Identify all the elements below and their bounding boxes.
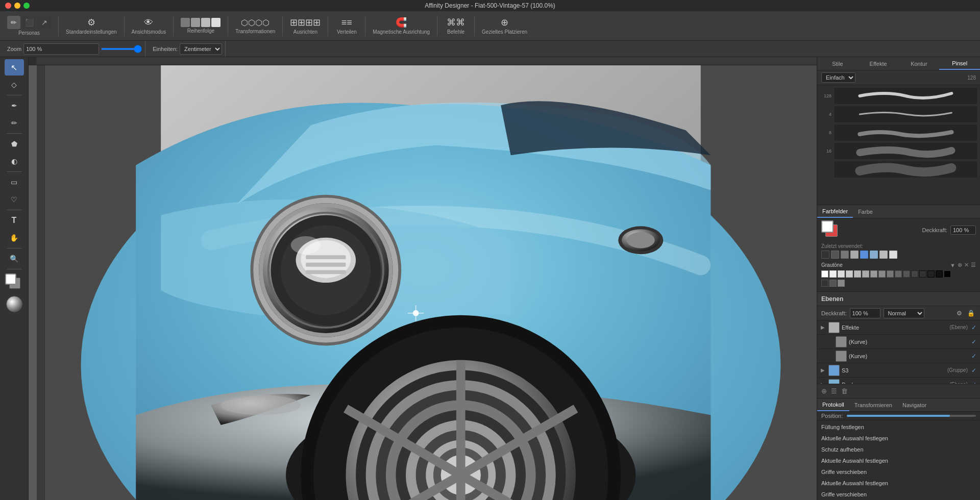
recent-swatch-3[interactable] — [841, 251, 849, 259]
bottom-swatch-2[interactable] — [829, 280, 837, 287]
shape-rect-tool[interactable]: ▭ — [5, 174, 24, 190]
layer-kurve1[interactable]: (Kurve) ✓ — [817, 335, 980, 349]
action-1[interactable]: Füllung festlegen — [817, 421, 980, 433]
zoom-slider[interactable] — [101, 48, 142, 50]
transformationen-group[interactable]: ⬡⬡⬡⬡ Transformationen — [231, 17, 279, 35]
layer-options-icon[interactable]: ☰ — [831, 387, 837, 395]
palette-swatch-4[interactable] — [846, 270, 853, 278]
layer-dach[interactable]: ▶ Dach (Ebene) ✓ — [817, 378, 980, 384]
delete-layer-icon[interactable]: 🗑 — [841, 387, 848, 395]
tab-transformieren[interactable]: Transformieren — [849, 398, 897, 411]
tab-kontur[interactable]: Kontur — [899, 57, 940, 70]
brush-list[interactable]: 128 4 8 16 — [817, 85, 980, 205]
palette-swatch-14[interactable] — [927, 270, 935, 278]
recent-swatch-1[interactable] — [821, 251, 829, 259]
select-tool[interactable]: ↖ — [5, 59, 24, 76]
tab-stile[interactable]: Stile — [817, 57, 858, 70]
palette-swatch-7[interactable] — [870, 270, 877, 278]
platzieren-group[interactable]: ⊕ Gezieltes Platzieren — [478, 16, 531, 36]
brush-type-select[interactable]: Einfach — [821, 72, 855, 83]
palette-swatch-9[interactable] — [887, 270, 894, 278]
brush-item-1[interactable] — [834, 87, 978, 105]
palette-swatch-16[interactable] — [944, 270, 951, 278]
tab-navigator[interactable]: Navigator — [897, 398, 932, 411]
persona-pixel-icon[interactable]: ⬛ — [22, 16, 36, 29]
persona-export-icon[interactable]: ↗ — [38, 16, 51, 29]
zoom-input[interactable] — [23, 43, 99, 55]
text-tool[interactable]: T — [5, 212, 24, 229]
palette-swatch-11[interactable] — [903, 270, 910, 278]
ansichtsmodus-group[interactable]: 👁 Ansichtsmodus — [128, 16, 170, 36]
fg-color-swatch[interactable] — [5, 273, 16, 285]
pencil-tool[interactable]: ✏ — [5, 115, 24, 131]
reihenfolge-group[interactable]: Reihenfolge — [177, 17, 225, 35]
action-2[interactable]: Aktuelle Auswahl festlegen — [817, 433, 980, 444]
palette-add-icon[interactable]: ⊕ — [958, 262, 962, 268]
node-tool[interactable]: ◇ — [5, 77, 24, 93]
action-7[interactable]: Griffe verschieben — [817, 489, 980, 500]
action-6[interactable]: Aktuelle Auswahl festlegen — [817, 478, 980, 489]
brush-item-5[interactable] — [834, 161, 978, 178]
brush-item-2[interactable] — [834, 106, 978, 123]
einheiten-select[interactable]: Zentimeter — [180, 43, 222, 55]
blend-mode-select[interactable]: Normal — [884, 308, 924, 318]
recent-swatch-7[interactable] — [879, 251, 888, 259]
action-5[interactable]: Griffe verschieben — [817, 466, 980, 478]
action-4[interactable]: Aktuelle Auswahl festlegen — [817, 455, 980, 466]
befehle-group[interactable]: ⌘⌘ Befehle — [440, 16, 471, 36]
pen-tool[interactable]: ✒ — [5, 97, 24, 114]
tab-farbe[interactable]: Farbe — [853, 205, 878, 218]
ausrichten-group[interactable]: ⊞⊞⊞⊞ Ausrichten — [286, 16, 325, 36]
hand-tool[interactable]: ✋ — [5, 230, 24, 246]
tab-effekte[interactable]: Effekte — [858, 57, 899, 70]
palette-swatch-12[interactable] — [911, 270, 918, 278]
layers-settings-icon[interactable]: ⚙ — [955, 309, 963, 318]
palette-swatch-1[interactable] — [821, 270, 828, 278]
verteilen-group[interactable]: ≡≡ Verteilen — [331, 16, 362, 36]
fill-tool[interactable]: ⬟ — [5, 136, 24, 152]
recent-swatch-4[interactable] — [850, 251, 859, 259]
bottom-swatch-1[interactable] — [821, 280, 828, 287]
personas-group[interactable]: ✏ ⬛ ↗ Personas — [3, 15, 55, 37]
close-button[interactable] — [5, 3, 11, 9]
palette-menu-icon[interactable]: ☰ — [971, 262, 976, 268]
recent-swatch-5[interactable] — [860, 251, 868, 259]
layer-effekte[interactable]: ▶ Effekte (Ebene) ✓ — [817, 320, 980, 335]
palette-swatch-15[interactable] — [936, 270, 943, 278]
layers-lock-icon[interactable]: 🔒 — [966, 309, 976, 318]
palette-swatch-6[interactable] — [862, 270, 869, 278]
color-swatches[interactable] — [5, 273, 23, 292]
gradient-tool[interactable]: ◐ — [5, 153, 24, 169]
drawing-canvas[interactable] — [45, 65, 817, 500]
layer-kurve2[interactable]: (Kurve) ✓ — [817, 349, 980, 363]
magnetische-group[interactable]: 🧲 Magnetische Ausrichtung — [369, 16, 434, 36]
brush-item-4[interactable] — [834, 142, 978, 160]
fg-swatch[interactable] — [821, 220, 834, 233]
window-controls[interactable] — [5, 3, 30, 9]
color-opacity-input[interactable] — [950, 226, 976, 235]
layer-s3[interactable]: ▶ S3 (Gruppe) ✓ — [817, 363, 980, 378]
shape-tool[interactable]: ♡ — [5, 191, 24, 208]
bottom-swatch-3[interactable] — [838, 280, 845, 287]
palette-options-icon[interactable]: ▼ — [950, 262, 955, 268]
recent-swatch-2[interactable] — [831, 251, 839, 259]
expand-icon[interactable]: ▶ — [819, 324, 826, 331]
palette-swatch-2[interactable] — [829, 270, 837, 278]
minimize-button[interactable] — [14, 3, 20, 9]
palette-swatch-13[interactable] — [919, 270, 926, 278]
tab-protokoll[interactable]: Protokoll — [817, 398, 849, 411]
zoom-tool[interactable]: 🔍 — [5, 251, 24, 267]
palette-swatch-10[interactable] — [895, 270, 902, 278]
standardeinstellungen-group[interactable]: ⚙ Standardeinstellungen — [62, 16, 121, 36]
tab-pinsel[interactable]: Pinsel — [939, 57, 980, 70]
palette-del-icon[interactable]: ✕ — [964, 262, 969, 268]
brush-item-3[interactable] — [834, 124, 978, 141]
palette-swatch-8[interactable] — [878, 270, 886, 278]
visibility-icon[interactable]: ✓ — [970, 323, 978, 332]
tab-farbfelder[interactable]: Farbfelder — [817, 205, 853, 218]
opacity-input[interactable] — [850, 308, 880, 318]
recent-swatch-6[interactable] — [870, 251, 878, 259]
persona-vector-icon[interactable]: ✏ — [7, 16, 20, 29]
recent-swatch-8[interactable] — [889, 251, 897, 259]
fg-bg-swatches[interactable] — [821, 220, 841, 240]
